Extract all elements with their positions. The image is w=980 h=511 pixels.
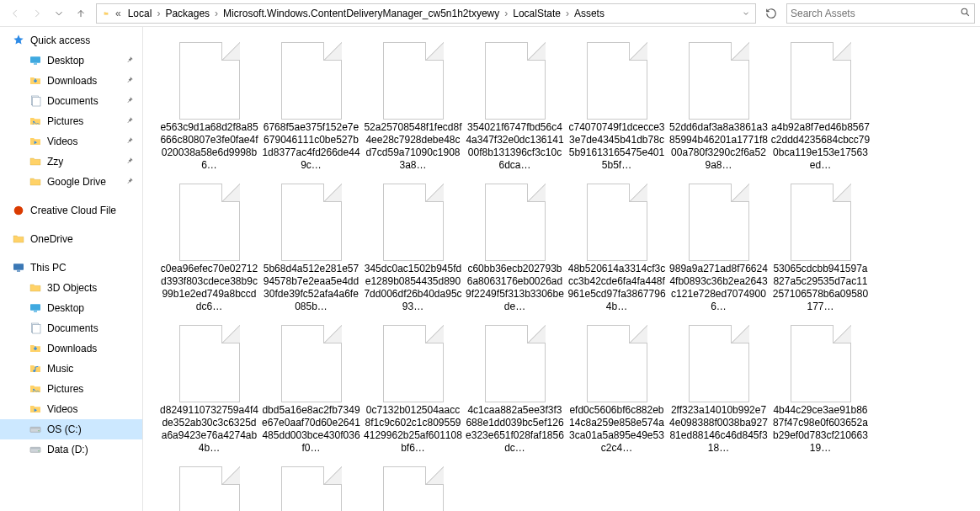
nav-item[interactable]: Data (D:) <box>0 439 142 460</box>
chevron-right-icon[interactable]: › <box>213 8 220 19</box>
nav-label: Desktop <box>47 55 84 67</box>
file-icon <box>485 325 546 402</box>
crumb[interactable]: LocalState <box>509 8 564 19</box>
back-button[interactable] <box>5 3 25 24</box>
file-name: 4c1caa882a5ee3f3f3688e1dd039bc5ef126e323… <box>466 404 565 455</box>
nav-item[interactable]: Desktop <box>0 51 142 71</box>
file-icon <box>689 325 749 402</box>
file-item[interactable]: 52a25708548f1fecd8f4ee28c7928debe48cd7cd… <box>362 42 464 172</box>
file-name: 52dd6daf3a8a3861a385994b46201a1771f800a7… <box>669 121 769 172</box>
file-name: c0ea96efec70e02712d393f803cdece38b9c99b1… <box>160 263 259 313</box>
file-icon <box>383 325 444 402</box>
file-icon <box>485 184 546 261</box>
nav-item[interactable]: Pictures <box>0 111 142 131</box>
file-icon <box>179 184 240 261</box>
nav-item[interactable]: 3D Objects <box>0 278 142 298</box>
file-name: 345dc0ac1502b945fde1289b0854435d8907dd00… <box>364 263 463 313</box>
nav-item[interactable]: Pictures <box>0 379 142 399</box>
file-item[interactable]: efd0c5606bf6c882eb14c8a259e858e574a3ca01… <box>566 325 668 455</box>
documents-icon <box>29 322 42 335</box>
nav-item[interactable]: Downloads <box>0 338 142 359</box>
nav-label: Music <box>47 363 73 375</box>
pin-icon <box>125 96 134 106</box>
search-input[interactable] <box>791 8 960 19</box>
file-item[interactable]: 4c1caa882a5ee3f3f3688e1dd039bc5ef126e323… <box>464 325 566 455</box>
creative-cloud[interactable]: Creative Cloud File <box>0 200 142 221</box>
file-item[interactable]: c74070749f1dcecce33e7de4345b41db78c5b916… <box>566 42 668 172</box>
onedrive-icon <box>12 232 25 246</box>
nav-item[interactable]: OS (C:) <box>0 419 142 439</box>
nav-item[interactable]: Videos <box>0 399 142 419</box>
quick-access[interactable]: Quick access <box>0 30 142 51</box>
search-box[interactable] <box>786 3 975 24</box>
file-item[interactable]: c60bb36ecb202793b6a8063176eb0026ad9f2249… <box>464 184 566 313</box>
nav-item[interactable]: Documents <box>0 91 142 111</box>
file-icon <box>383 466 444 511</box>
address-dropdown-button[interactable] <box>738 9 754 18</box>
crumb[interactable]: Assets <box>571 8 608 19</box>
folder-icon <box>29 155 42 168</box>
file-item[interactable]: 0c7132b012504aacc8f1c9c602c1c80955941299… <box>362 325 464 455</box>
nav-item[interactable]: Desktop <box>0 298 142 318</box>
onedrive[interactable]: OneDrive <box>0 229 142 249</box>
nav-item[interactable]: Downloads <box>0 71 142 91</box>
crumb[interactable]: Microsoft.Windows.ContentDeliveryManager… <box>220 8 503 19</box>
nav-item[interactable]: Google Drive <box>0 172 142 192</box>
file-name: c74070749f1dcecce33e7de4345b41db78c5b916… <box>567 121 667 172</box>
navigation-pane[interactable]: Quick access DesktopDownloadsDocumentsPi… <box>0 27 143 511</box>
crumb[interactable]: Local <box>125 8 156 19</box>
file-item[interactable]: 4b44c29ce3ae91b8687f47c98e0f603652ab29ef… <box>770 325 871 455</box>
this-pc[interactable]: This PC <box>0 258 142 278</box>
file-item[interactable]: 52dd6daf3a8a3861a385994b46201a1771f800a7… <box>668 42 770 172</box>
nav-label: OneDrive <box>30 233 73 245</box>
file-item[interactable]: dbd5a16e8ac2fb7349e67e0aaf70d60e2641485d… <box>260 325 362 455</box>
pin-icon <box>125 136 134 146</box>
file-item[interactable]: c0ea96efec70e02712d393f803cdece38b9c99b1… <box>158 184 260 313</box>
address-bar[interactable]: « Local › Packages › Microsoft.Windows.C… <box>96 3 756 24</box>
file-icon <box>281 325 342 402</box>
nav-item[interactable]: Zzy <box>0 152 142 172</box>
chevron-right-icon[interactable]: › <box>503 8 509 19</box>
nav-item[interactable]: Videos <box>0 131 142 152</box>
breadcrumb: « Local › Packages › Microsoft.Windows.C… <box>112 8 738 19</box>
search-icon[interactable] <box>960 7 971 20</box>
crumb[interactable]: Packages <box>162 8 213 19</box>
pictures-icon <box>29 382 42 396</box>
file-item[interactable]: 345dc0ac1502b945fde1289b0854435d8907dd00… <box>362 184 464 313</box>
refresh-button[interactable] <box>761 3 781 24</box>
folder-icon <box>29 281 42 295</box>
file-item[interactable]: d5e5c64e72b69558e96971ee825990df098fb128… <box>260 466 362 511</box>
pin-icon <box>125 56 134 66</box>
pin-icon <box>125 76 134 86</box>
nav-label: Pictures <box>47 383 83 395</box>
forward-button[interactable] <box>27 3 47 24</box>
file-item[interactable]: 56f4e80396f2c86877ea23e9ca55f66f92292851… <box>158 466 260 511</box>
file-item[interactable]: 6768f5ae375f152e7e679046111c0be527b1d837… <box>260 42 362 172</box>
file-name: d8249110732759a4f4de352ab30c3c6325da6a94… <box>160 404 259 455</box>
file-item[interactable]: a4b92a8f7ed46b8567c2ddd4235684cbcc790bca… <box>770 42 871 172</box>
crumb-overflow[interactable]: « <box>112 8 125 19</box>
file-item[interactable]: f2e4c7fe29ce8cbffad1e2ddf773f406708a4892… <box>362 466 464 511</box>
nav-item[interactable]: Music <box>0 359 142 379</box>
svg-point-1 <box>14 206 24 216</box>
items-view[interactable]: e563c9d1a68d2f8a85666c80807e3fe0fae4f020… <box>143 27 980 511</box>
file-name: efd0c5606bf6c882eb14c8a259e858e574a3ca01… <box>567 404 667 455</box>
file-item[interactable]: d8249110732759a4f4de352ab30c3c6325da6a94… <box>158 325 260 455</box>
file-icon <box>281 184 342 261</box>
nav-label: Desktop <box>47 302 84 314</box>
documents-icon <box>29 94 42 108</box>
file-item[interactable]: 48b520614a3314cf3ccc3b42cde6fa4fa448f961… <box>566 184 668 313</box>
file-item[interactable]: e563c9d1a68d2f8a85666c80807e3fe0fae4f020… <box>158 42 260 172</box>
file-item[interactable]: 53065cdcbb941597a827a5c29535d7ac11257106… <box>770 184 871 313</box>
file-item[interactable]: 5b68d4a512e281e5794578b7e2eaa5e4dd30fde3… <box>260 184 362 313</box>
file-item[interactable]: 989a9a271ad8f766244fb0893c36b2ea2643c121… <box>668 184 770 313</box>
up-button[interactable] <box>71 3 91 24</box>
file-item[interactable]: 2ff323a14010b992e74e098388f0038ba92781ed… <box>668 325 770 455</box>
nav-item[interactable]: Documents <box>0 318 142 338</box>
file-icon <box>791 42 851 120</box>
recent-locations-button[interactable] <box>49 3 69 24</box>
nav-label: 3D Objects <box>47 282 97 294</box>
chevron-right-icon[interactable]: › <box>155 8 162 19</box>
file-item[interactable]: 354021f6747fbd56c44a347f32e0dc13614100f8… <box>464 42 566 172</box>
chevron-right-icon[interactable]: › <box>564 8 571 19</box>
